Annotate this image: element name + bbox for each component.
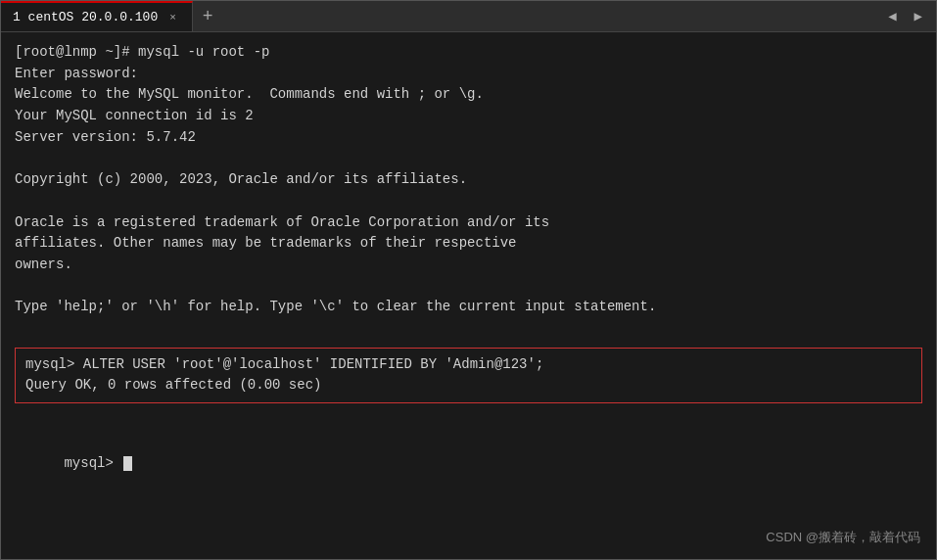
terminal-line-5: Server version: 5.7.42 [15,127,922,149]
highlighted-line-1: mysql> ALTER USER 'root'@'localhost' IDE… [25,354,912,376]
terminal-cursor [123,456,132,471]
terminal-line-12 [15,276,922,298]
terminal-line-2: Enter password: [15,64,922,85]
title-bar-right: ◀ ▶ [882,6,936,26]
title-bar: 1 centOS 20.0.0.100 × + ◀ ▶ [1,1,936,32]
terminal-line-3: Welcome to the MySQL monitor. Commands e… [15,84,922,106]
tab-container: 1 centOS 20.0.0.100 × + [1,1,223,31]
highlighted-command-block: mysql> ALTER USER 'root'@'localhost' IDE… [15,348,922,403]
terminal-line-4: Your MySQL connection id is 2 [15,106,922,127]
terminal-prompt: mysql> [64,455,121,471]
nav-prev-button[interactable]: ◀ [882,6,902,26]
tab-label: 1 centOS 20.0.0.100 [13,10,158,24]
terminal-line-1: [root@lnmp ~]# mysql -u root -p [15,42,922,64]
terminal-line-8 [15,191,922,212]
terminal-line-10: affiliates. Other names may be trademark… [15,233,922,255]
highlighted-line-2: Query OK, 0 rows affected (0.00 sec) [25,375,912,397]
terminal-body[interactable]: [root@lnmp ~]# mysql -u root -p Enter pa… [1,32,936,559]
terminal-line-6 [15,148,922,169]
terminal-line-11: owners. [15,255,922,276]
terminal-line-13: Type 'help;' or '\h' for help. Type '\c'… [15,297,922,318]
watermark: CSDN @搬着砖，敲着代码 [766,528,920,547]
terminal-window: 1 centOS 20.0.0.100 × + ◀ ▶ [root@lnmp ~… [0,0,937,560]
terminal-line-14 [15,318,922,340]
nav-next-button[interactable]: ▶ [909,6,928,26]
terminal-line-7: Copyright (c) 2000, 2023, Oracle and/or … [15,169,922,191]
tab-close-button[interactable]: × [165,10,180,25]
add-tab-button[interactable]: + [193,1,223,31]
terminal-line-15 [15,411,922,433]
terminal-prompt-line: mysql> [15,433,922,496]
terminal-line-9: Oracle is a registered trademark of Orac… [15,212,922,234]
active-tab[interactable]: 1 centOS 20.0.0.100 × [1,1,193,31]
